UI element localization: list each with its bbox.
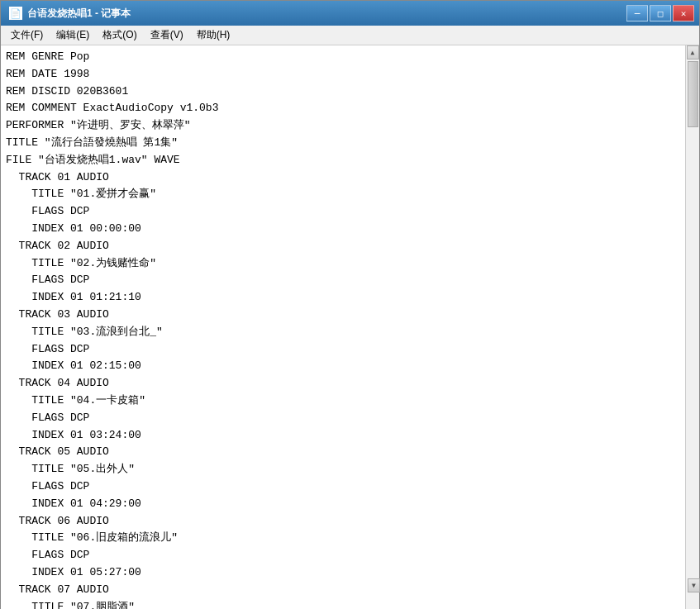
app-icon: 📄 (9, 7, 22, 20)
menu-view[interactable]: 查看(V) (144, 26, 190, 44)
maximize-button[interactable]: □ (650, 5, 671, 21)
main-window: 📄 台语发烧热唱1 - 记事本 ─ □ ✕ 文件(F) 编辑(E) 格式(O) … (0, 0, 700, 609)
title-bar-left: 📄 台语发烧热唱1 - 记事本 (9, 7, 131, 21)
menu-edit[interactable]: 编辑(E) (50, 26, 96, 44)
content-area: REM GENRE Pop REM DATE 1998 REM DISCID 0… (1, 45, 699, 609)
minimize-button[interactable]: ─ (626, 5, 648, 21)
menu-bar: 文件(F) 编辑(E) 格式(O) 查看(V) 帮助(H) (1, 26, 699, 45)
menu-format[interactable]: 格式(O) (96, 26, 143, 44)
text-editor[interactable]: REM GENRE Pop REM DATE 1998 REM DISCID 0… (1, 45, 685, 609)
scrollbar: ▲ ▼ (685, 45, 699, 609)
menu-help[interactable]: 帮助(H) (190, 26, 237, 44)
scroll-down-button[interactable]: ▼ (688, 578, 699, 592)
scroll-thumb[interactable] (688, 61, 698, 127)
window-title: 台语发烧热唱1 - 记事本 (27, 7, 131, 21)
menu-file[interactable]: 文件(F) (4, 26, 50, 44)
close-button[interactable]: ✕ (673, 5, 694, 21)
window-controls: ─ □ ✕ (626, 5, 694, 21)
title-bar: 📄 台语发烧热唱1 - 记事本 ─ □ ✕ (1, 1, 699, 26)
scroll-up-button[interactable]: ▲ (687, 45, 699, 59)
